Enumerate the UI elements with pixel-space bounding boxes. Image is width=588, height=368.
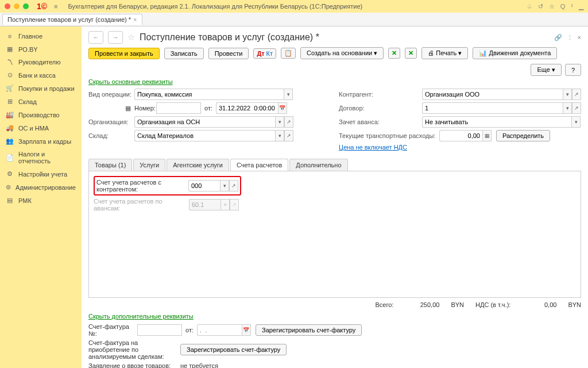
movements-button[interactable]: 📊 Движения документа: [473, 47, 557, 59]
minimize-window-icon[interactable]: [14, 3, 20, 9]
window-controls: [5, 3, 29, 9]
sidebar-item-bank[interactable]: ⊙Банк и касса: [0, 68, 82, 82]
invoice-num-input[interactable]: [137, 324, 182, 336]
settings-icon[interactable]: ▁: [579, 3, 583, 10]
date-input[interactable]: [216, 102, 278, 114]
lock-icon: ▦: [88, 105, 134, 112]
org-input[interactable]: [134, 116, 275, 128]
advance-input[interactable]: [422, 116, 571, 128]
excel-import-button[interactable]: ✕: [405, 48, 417, 59]
tab-goods[interactable]: Товары (1): [88, 159, 132, 171]
distribute-button[interactable]: Распределить: [496, 130, 550, 141]
user-icon[interactable]: ¹: [571, 3, 573, 10]
money-icon: ⊙: [6, 71, 14, 79]
content-area: ← → ☆ Поступление товаров и услуг (созда…: [82, 26, 588, 368]
nav-forward-button[interactable]: →: [108, 31, 123, 44]
open-icon[interactable]: ↗: [572, 102, 581, 114]
open-icon[interactable]: ↗: [284, 116, 293, 128]
sidebar-item-warehouse[interactable]: ⊞Склад: [0, 95, 82, 108]
link-icon[interactable]: 🔗: [554, 34, 562, 41]
register-invoice-button[interactable]: Зарегистрировать счет-фактуру: [256, 324, 362, 336]
invoice-date-input[interactable]: [197, 324, 242, 336]
dropdown-icon[interactable]: ▾: [571, 116, 581, 128]
sidebar-item-manager[interactable]: 〽Руководителю: [0, 56, 82, 68]
tab-extra[interactable]: Дополнительно: [289, 159, 347, 171]
dropdown-icon[interactable]: ▾: [284, 89, 293, 100]
from-label2: от:: [185, 327, 194, 334]
post-close-button[interactable]: Провести и закрыть: [88, 48, 160, 59]
document-tab[interactable]: Поступление товаров и услуг (создание) *…: [2, 14, 142, 25]
total-label: Всего:: [376, 301, 394, 308]
gear-icon: ⚙: [6, 170, 14, 178]
sidebar-item-main[interactable]: ≡Главное: [0, 30, 82, 43]
advance-acc-input: [189, 199, 220, 210]
truck-icon: 🚚: [6, 124, 14, 132]
nav-back-button[interactable]: ←: [88, 31, 103, 44]
operation-input[interactable]: [134, 89, 284, 100]
calendar-icon[interactable]: 📅: [278, 102, 287, 114]
tab-services[interactable]: Услуги: [133, 159, 165, 171]
advance-acc-label: Счет учета расчетов по авансам:: [94, 198, 189, 212]
menu-icon[interactable]: ≡: [54, 3, 57, 10]
close-tab-icon[interactable]: ×: [133, 16, 137, 23]
dropdown-icon[interactable]: ▾: [275, 130, 284, 141]
sidebar-item-taxes[interactable]: 📄Налоги и отчетность: [0, 148, 82, 167]
contragent-acc-input[interactable]: [188, 180, 220, 191]
maximize-window-icon[interactable]: [23, 3, 29, 9]
post-button[interactable]: Провести: [208, 48, 249, 59]
dropdown-icon[interactable]: ▾: [275, 116, 284, 128]
hide-extra-link[interactable]: Скрыть дополнительные реквизиты: [88, 313, 194, 320]
star-icon[interactable]: ☆: [549, 3, 555, 10]
page-title: Поступление товаров и услуг (создание) *: [140, 32, 319, 43]
sidebar-item-rmk[interactable]: ▤РМК: [0, 194, 82, 207]
invoice-num-label: Счет-фактура №:: [88, 323, 137, 337]
contragent-input[interactable]: [422, 89, 563, 100]
grid-icon: ▦: [6, 45, 14, 53]
tab-accounts[interactable]: Счета расчетов: [230, 159, 288, 171]
help-button[interactable]: ?: [565, 64, 581, 76]
transport-input[interactable]: [439, 130, 482, 141]
favorite-icon[interactable]: ☆: [127, 32, 135, 43]
save-button[interactable]: Записать: [164, 48, 204, 59]
print-button[interactable]: 🖨 Печать ▾: [421, 47, 468, 59]
dropdown-icon[interactable]: ▾: [563, 102, 572, 114]
history-icon[interactable]: ↺: [538, 3, 543, 10]
search-icon[interactable]: Q: [560, 3, 566, 10]
sidebar-item-trade[interactable]: 🛒Покупки и продажи: [0, 82, 82, 95]
import-label: Заявление о ввозе товаров:: [88, 362, 180, 368]
close-page-icon[interactable]: ×: [578, 34, 581, 41]
dropdown-icon[interactable]: ▾: [563, 89, 572, 100]
contragent-acc-label: Счет учета расчетов с контрагентом:: [96, 179, 188, 193]
structure-button[interactable]: 📋: [281, 48, 296, 59]
sidebar-item-salary[interactable]: 👥Зарплата и кадры: [0, 135, 82, 148]
app-logo: 1©: [37, 2, 47, 11]
dt-kt-button[interactable]: ДтКт: [253, 48, 276, 59]
price-no-vat-link[interactable]: Цена не включает НДС: [339, 144, 407, 151]
app-title: Бухгалтерия для Беларуси, редакция 2.1. …: [68, 3, 363, 10]
contragent-label: Контрагент:: [339, 91, 422, 98]
calendar-icon[interactable]: 📅: [242, 324, 251, 336]
contract-input[interactable]: [422, 102, 563, 114]
tab-agent[interactable]: Агентские услуги: [167, 159, 229, 171]
sidebar-item-admin[interactable]: ⊚Администрирование: [0, 181, 82, 194]
dropdown-icon[interactable]: ▾: [220, 180, 229, 191]
register-invoice2-button[interactable]: Зарегистрировать счет-фактуру: [180, 344, 287, 355]
open-icon[interactable]: ↗: [284, 130, 293, 141]
bell-icon[interactable]: ♤: [527, 3, 532, 10]
sidebar-item-settings[interactable]: ⚙Настройки учета: [0, 167, 82, 181]
number-input[interactable]: [156, 102, 201, 114]
vat-label: НДС (в т.ч.):: [475, 301, 510, 308]
sidebar-item-poby[interactable]: ▦PO.BY: [0, 43, 82, 56]
open-icon[interactable]: ↗: [229, 180, 238, 191]
create-based-button[interactable]: Создать на основании ▾: [300, 47, 384, 59]
sidebar-item-production[interactable]: 🏭Производство: [0, 108, 82, 121]
sidebar-item-assets[interactable]: 🚚ОС и НМА: [0, 121, 82, 135]
more-header-icon[interactable]: ⋮: [567, 34, 573, 41]
close-window-icon[interactable]: [5, 3, 10, 9]
open-icon[interactable]: ↗: [572, 89, 581, 100]
calc-icon[interactable]: ▦: [482, 130, 492, 141]
warehouse-input[interactable]: [134, 130, 275, 141]
more-button[interactable]: Еще ▾: [531, 64, 561, 76]
hide-main-link[interactable]: Скрыть основные реквизиты: [88, 78, 173, 85]
excel-export-button[interactable]: ✕: [388, 48, 400, 59]
